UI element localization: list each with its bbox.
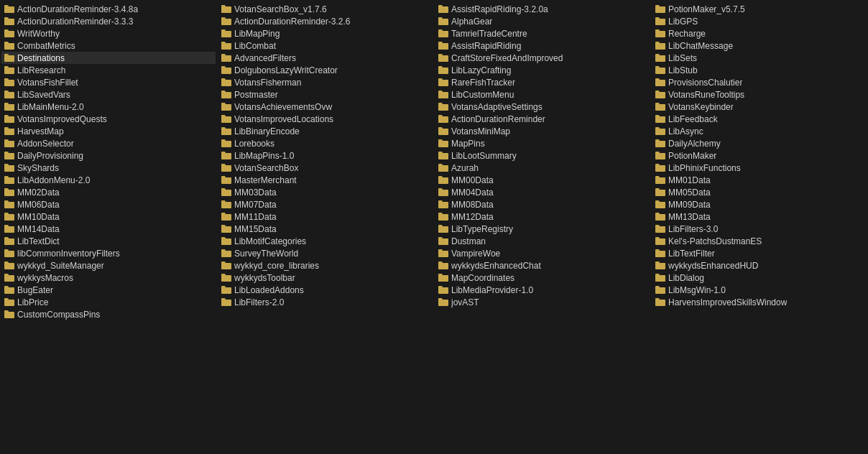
list-item[interactable]: MM01Data [652,174,867,186]
list-item[interactable]: LibMapPing [218,27,433,40]
list-item[interactable]: LibTextDict [1,235,216,247]
list-item[interactable]: Recharge [652,27,867,40]
list-item[interactable]: DailyProvisioning [1,149,216,162]
list-item[interactable]: ActionDurationReminder-3.2.6 [218,15,433,27]
list-item[interactable]: ProvisionsChalutier [652,76,867,88]
list-item[interactable]: TamrielTradeCentre [435,27,650,40]
list-item[interactable]: Postmaster [218,88,433,101]
list-item[interactable]: LibPrice [1,296,216,308]
list-item[interactable]: WritWorthy [1,27,216,40]
list-item[interactable]: MM15Data [218,223,433,235]
list-item[interactable]: AssistRapidRiding [435,40,650,52]
list-item[interactable]: wykkydsEnhancedHUD [652,259,867,272]
list-item[interactable]: AlphaGear [435,15,650,27]
list-item[interactable]: VotansRuneTooltips [652,88,867,101]
list-item[interactable]: libCommonInventoryFilters [1,247,216,259]
list-item[interactable]: VotansImprovedLocations [218,113,433,125]
list-item[interactable]: MM06Data [1,198,216,210]
list-item[interactable]: MM12Data [435,210,650,223]
list-item[interactable]: wykkysMacros [1,272,216,284]
list-item[interactable]: RareFishTracker [435,76,650,88]
list-item[interactable]: PotionMaker [652,149,867,162]
list-item[interactable]: DolgubonsLazyWritCreator [218,64,433,76]
list-item[interactable]: Azurah [435,162,650,174]
list-item[interactable]: AssistRapidRiding-3.2.0a [435,3,650,15]
list-item[interactable]: VotansAdaptiveSettings [435,101,650,113]
list-item[interactable]: Dustman [435,235,650,247]
list-item[interactable]: LibMotifCategories [218,235,433,247]
list-item[interactable]: MM04Data [435,186,650,198]
list-item[interactable]: LibCustomMenu [435,88,650,101]
list-item[interactable]: LibMapPins-1.0 [218,149,433,162]
list-item[interactable]: LibLoadedAddons [218,284,433,296]
list-item[interactable]: DailyAlchemy [652,137,867,149]
list-item[interactable]: LibCombat [218,40,433,52]
list-item[interactable]: SkyShards [1,162,216,174]
list-item[interactable]: MM13Data [652,210,867,223]
list-item[interactable]: MM08Data [435,198,650,210]
list-item[interactable]: MasterMerchant [218,174,433,186]
list-item[interactable]: VotansFishFillet [1,76,216,88]
list-item[interactable]: AddonSelector [1,137,216,149]
list-item[interactable]: LibTextFilter [652,247,867,259]
list-item[interactable]: VotansMiniMap [435,125,650,137]
list-item[interactable]: LibPhinixFunctions [652,162,867,174]
list-item[interactable]: LibAsync [652,125,867,137]
list-item[interactable]: wykkyd_SuiteManager [1,259,216,272]
list-item[interactable]: LibChatMessage [652,40,867,52]
list-item[interactable]: Lorebooks [218,137,433,149]
list-item[interactable]: LibSavedVars [1,88,216,101]
list-item[interactable]: wykkyd_core_libraries [218,259,433,272]
list-item[interactable]: LibDialog [652,272,867,284]
list-item[interactable]: ActionDurationReminder-3.4.8a [1,3,216,15]
list-item[interactable]: LibBinaryEncode [218,125,433,137]
list-item[interactable]: LibLootSummary [435,149,650,162]
list-item[interactable]: LibFilters-2.0 [218,296,433,308]
list-item[interactable]: MapCoordinates [435,272,650,284]
list-item[interactable]: MM02Data [1,186,216,198]
list-item[interactable]: wykkydsToolbar [218,272,433,284]
list-item[interactable]: VotansFisherman [218,76,433,88]
list-item[interactable]: LibFilters-3.0 [652,223,867,235]
list-item[interactable]: VotansKeybinder [652,101,867,113]
list-item[interactable]: MM14Data [1,223,216,235]
list-item[interactable]: ActionDurationReminder-3.3.3 [1,15,216,27]
list-item[interactable]: CombatMetrics [1,40,216,52]
list-item[interactable]: Destinations [1,52,216,64]
list-item[interactable]: ActionDurationReminder [435,113,650,125]
list-item[interactable]: MM07Data [218,198,433,210]
list-item[interactable]: jovAST [435,296,650,308]
list-item[interactable]: MM11Data [218,210,433,223]
list-item[interactable]: MM10Data [1,210,216,223]
list-item[interactable]: MM05Data [652,186,867,198]
list-item[interactable]: PotionMaker_v5.7.5 [652,3,867,15]
list-item[interactable]: LibResearch [1,64,216,76]
list-item[interactable]: MM00Data [435,174,650,186]
list-item[interactable]: VotanSearchBox [218,162,433,174]
list-item[interactable]: VampireWoe [435,247,650,259]
list-item[interactable]: LibAddonMenu-2.0 [1,174,216,186]
list-item[interactable]: CustomCompassPins [1,308,216,320]
list-item[interactable]: VotansAchievementsOvw [218,101,433,113]
list-item[interactable]: LibFeedback [652,113,867,125]
list-item[interactable]: LibLazyCrafting [435,64,650,76]
list-item[interactable]: CraftStoreFixedAndImproved [435,52,650,64]
list-item[interactable]: wykkydsEnhancedChat [435,259,650,272]
list-item[interactable]: AdvancedFilters [218,52,433,64]
list-item[interactable]: LibStub [652,64,867,76]
list-item[interactable]: VotansImprovedQuests [1,113,216,125]
list-item[interactable]: VotanSearchBox_v1.7.6 [218,3,433,15]
list-item[interactable]: Kel's-PatchsDustmanES [652,235,867,247]
list-item[interactable]: MapPins [435,137,650,149]
list-item[interactable]: HarvensImprovedSkillsWindow [652,296,867,308]
list-item[interactable]: LibGPS [652,15,867,27]
list-item[interactable]: LibMediaProvider-1.0 [435,284,650,296]
list-item[interactable]: MM09Data [652,198,867,210]
list-item[interactable]: MM03Data [218,186,433,198]
list-item[interactable]: BugEater [1,284,216,296]
list-item[interactable]: LibSets [652,52,867,64]
list-item[interactable]: LibMainMenu-2.0 [1,101,216,113]
list-item[interactable]: HarvestMap [1,125,216,137]
list-item[interactable]: LibMsgWin-1.0 [652,284,867,296]
list-item[interactable]: LibTypeRegistry [435,223,650,235]
